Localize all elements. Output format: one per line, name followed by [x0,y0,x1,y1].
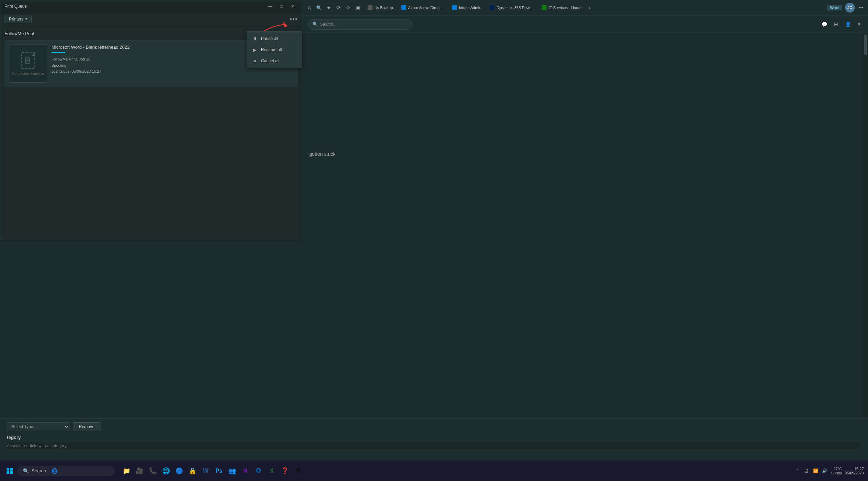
job-detail-line3: JoshGibbs, 05/09/2023 15:27 [51,69,293,75]
browser-searchbar: 🔍 💬 ⊞ 👤 ▾ [302,16,868,33]
form-row-type: Select Type... Remove [7,422,861,431]
work-profile-badge[interactable]: Work [827,5,842,10]
collections-icon[interactable]: ⊞ [832,20,840,29]
cancel-all-label: Cancel all [261,58,279,63]
printer-section-title: FollowMe Print [5,31,34,36]
category-label: tegory [7,435,861,440]
pause-all-label: Pause all [261,36,278,41]
weather-info: 27°C Sunny [831,467,842,475]
window-titlebar: Print Queue — □ ✕ [0,0,302,12]
user-avatar[interactable]: JG [845,3,855,13]
job-preview: No preview available [9,45,47,83]
windows-logo [7,468,13,474]
window-toolbar: Printers ▾ ••• [0,12,302,26]
window-title: Print Queue [5,4,27,9]
type-select[interactable]: Select Type... [7,422,69,431]
taskbar-teams2-icon[interactable]: 👥 [227,465,238,476]
browser-action-icons: 💬 ⊞ 👤 ▾ [820,20,862,29]
stuck-text: gotten stuck. [309,151,854,157]
browser-right-controls: Work JG ••• [827,3,865,13]
bookmark-intune[interactable]: Intune Admin [449,4,485,11]
taskbar-vpn-icon[interactable]: 🔒 [187,465,198,476]
bookmark-backup[interactable]: llis Backup [364,4,396,11]
printers-dropdown-button[interactable]: Printers ▾ [5,15,32,23]
more-bookmarks-icon[interactable]: › [586,4,593,11]
close-button[interactable]: ✕ [287,1,298,11]
taskbar-ps-icon[interactable]: Ps [213,465,224,476]
star-icon[interactable]: ★ [325,4,332,11]
dynamics-icon [490,5,494,10]
browser-left-controls: A 🔍 ★ ⟳ ⚙ ▣ [306,4,361,11]
resume-all-menu-item[interactable]: ▶ Resume all [247,44,302,55]
settings-icon[interactable]: ⚙ [345,4,352,11]
cancel-icon: ✕ [252,58,257,64]
category-section: tegory [7,435,861,450]
clock-date: 05/09/2023 [845,471,864,475]
print-queue-tray-icon[interactable]: 🖨 [803,467,810,474]
chat-icon[interactable]: 💬 [820,20,828,29]
refresh-icon[interactable]: ⟳ [335,4,342,11]
bottom-form-area: Select Type... Remove tegory [0,418,868,460]
clock-time: 15:27 [845,467,864,471]
weather-clock: 27°C Sunny 15:27 05/09/2023 [831,467,864,475]
file-icon [25,57,32,64]
category-input[interactable] [7,442,861,450]
bookmark-it[interactable]: IT Services - Home [538,4,585,11]
pause-icon: ⏸ [252,36,257,41]
minimize-button[interactable]: — [265,1,276,11]
temperature: 27°C [831,467,842,471]
search-magnifier-icon: 🔍 [312,22,318,27]
translate-icon[interactable]: A [306,4,313,11]
browser-menu-icon[interactable]: ••• [858,4,865,11]
bookmark-dynamics[interactable]: Dynamics 365 Envir... [486,4,537,11]
it-icon [542,5,547,10]
chevron-up-icon[interactable]: ⌃ [794,467,801,474]
taskbar-system-icons: ⌃ 🖨 📶 🔊 [794,467,828,474]
taskbar-excel-icon[interactable]: X [266,465,277,476]
taskbar-onenote-icon[interactable]: N [240,465,251,476]
taskbar-helpdesk-icon[interactable]: ❓ [279,465,290,476]
split-icon[interactable]: ▣ [354,4,361,11]
network-icon[interactable]: 📶 [812,467,819,474]
taskbar-outlook-icon[interactable]: O [253,465,264,476]
search-box[interactable]: 🔍 [308,19,412,30]
pause-all-menu-item[interactable]: ⏸ Pause all [247,33,302,44]
copilot-icon: 🌀 [51,468,57,474]
window-more-button[interactable]: ••• [290,16,298,22]
clock-display: 15:27 05/09/2023 [845,467,864,475]
taskbar-explorer-icon[interactable]: 📁 [121,465,132,476]
intune-icon [452,5,457,10]
browser-bookmarks: llis Backup Azure Active Direct... Intun… [364,4,825,11]
taskbar-edge-icon[interactable]: 🔵 [174,465,185,476]
dropdown-chevron-icon[interactable]: ▾ [855,21,862,28]
resume-all-label: Resume all [261,47,282,52]
chevron-down-icon: ▾ [25,17,27,21]
bookmark-azure[interactable]: Azure Active Direct... [398,4,447,11]
maximize-button[interactable]: □ [276,1,287,11]
search-input[interactable] [320,22,408,27]
profile-icon[interactable]: 👤 [844,20,852,29]
job-progress-bar [51,52,65,53]
taskbar-search-bar[interactable]: 🔍 Search 🌀 [17,466,115,476]
cancel-all-menu-item[interactable]: ✕ Cancel all [247,55,302,66]
resume-icon: ▶ [252,47,257,53]
main-content-area: gotten stuck. POWERED BY TINY [302,33,861,460]
taskbar-chrome-icon[interactable]: 🌐 [161,465,172,476]
browser-topbar: A 🔍 ★ ⟳ ⚙ ▣ llis Backup Azure Active Dir… [302,0,868,16]
remove-button[interactable]: Remove [73,422,100,431]
taskbar-icons: 📁 🎥 📞 🌐 🔵 🔒 W Ps 👥 N O X ❓ 🖨 [121,465,304,476]
document-icon [21,52,35,69]
taskbar-print-icon[interactable]: 🖨 [293,465,304,476]
volume-icon[interactable]: 🔊 [821,467,828,474]
taskbar-right: ⌃ 🖨 📶 🔊 27°C Sunny 15:27 05/09/2023 [794,467,864,475]
scrollbar[interactable] [863,33,868,460]
taskbar-search-label: Search [32,468,46,473]
taskbar-teams-icon[interactable]: 📞 [147,465,158,476]
taskbar-video-icon[interactable]: 🎥 [134,465,145,476]
zoom-icon[interactable]: 🔍 [316,4,322,11]
scrollbar-thumb[interactable] [864,34,867,55]
taskbar-word-icon[interactable]: W [200,465,211,476]
azure-icon [401,5,406,10]
context-menu: ⏸ Pause all ▶ Resume all ✕ Cancel all [247,31,302,68]
start-button[interactable] [4,465,15,476]
